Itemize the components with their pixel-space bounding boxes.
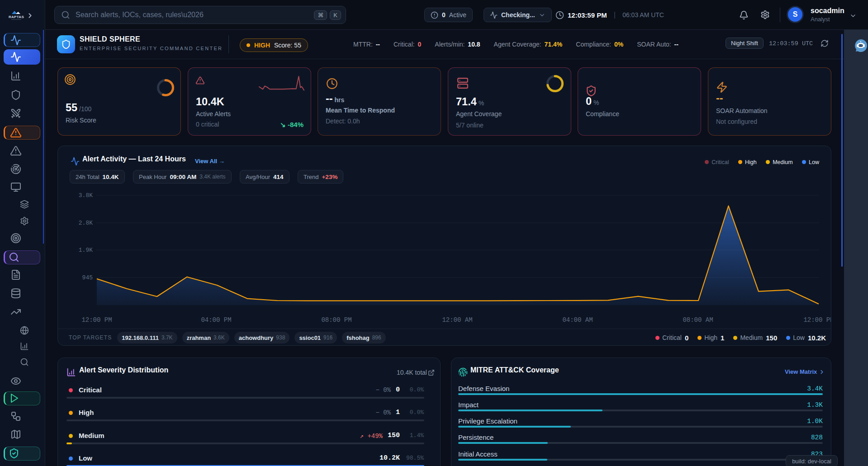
svg-text:12:00 PM: 12:00 PM <box>803 316 831 324</box>
svg-text:08:00 PM: 08:00 PM <box>321 316 351 324</box>
svg-text:04:00 AM: 04:00 AM <box>562 316 593 324</box>
svg-text:1.9K: 1.9K <box>79 247 93 254</box>
svg-text:2.8K: 2.8K <box>79 220 93 226</box>
svg-text:3.8K: 3.8K <box>79 192 93 199</box>
svg-text:945: 945 <box>82 274 93 281</box>
svg-text:08:00 AM: 08:00 AM <box>683 316 713 324</box>
svg-text:12:00 PM: 12:00 PM <box>81 316 112 324</box>
svg-text:04:00 PM: 04:00 PM <box>201 316 231 324</box>
svg-text:RAPTAS: RAPTAS <box>9 15 24 19</box>
svg-text:12:00 AM: 12:00 AM <box>442 316 472 324</box>
